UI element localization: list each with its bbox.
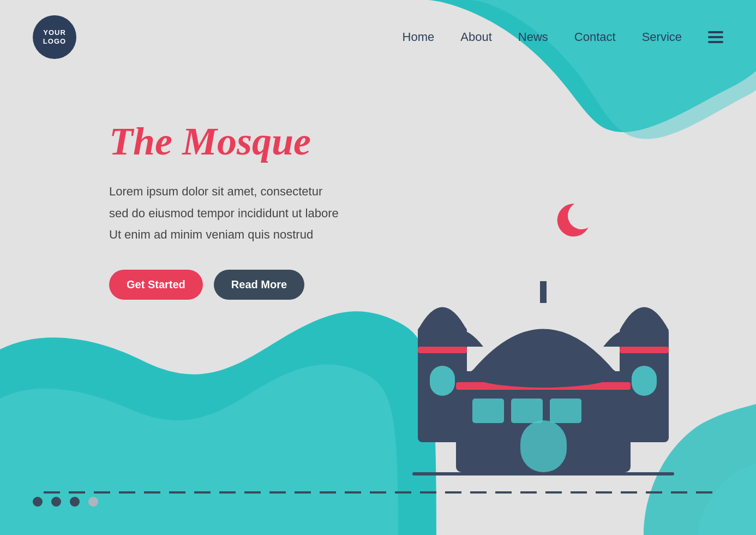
nav-contact[interactable]: Contact bbox=[574, 30, 616, 44]
svg-rect-17 bbox=[412, 472, 674, 475]
dot-3[interactable] bbox=[70, 497, 80, 507]
hero-title: The Mosque bbox=[109, 120, 339, 163]
nav-about[interactable]: About bbox=[460, 30, 492, 44]
svg-rect-14 bbox=[511, 399, 543, 423]
pagination-dots bbox=[33, 497, 98, 507]
get-started-button[interactable]: Get Started bbox=[109, 270, 203, 300]
navbar: YOUR LOGO Home About News Contact Servic… bbox=[0, 0, 756, 74]
svg-rect-12 bbox=[540, 281, 547, 303]
nav-service[interactable]: Service bbox=[642, 30, 682, 44]
hamburger-menu[interactable] bbox=[708, 31, 723, 43]
dot-1[interactable] bbox=[33, 497, 43, 507]
svg-rect-8 bbox=[632, 366, 657, 396]
svg-rect-7 bbox=[620, 347, 669, 353]
dot-2[interactable] bbox=[51, 497, 61, 507]
logo-line1: YOUR bbox=[43, 28, 66, 37]
mosque-illustration bbox=[385, 186, 701, 491]
logo[interactable]: YOUR LOGO bbox=[33, 15, 76, 59]
svg-rect-4 bbox=[418, 347, 467, 353]
svg-rect-13 bbox=[472, 399, 504, 423]
logo-line2: LOGO bbox=[43, 37, 66, 46]
svg-rect-5 bbox=[430, 366, 455, 396]
nav-home[interactable]: Home bbox=[403, 30, 435, 44]
svg-rect-15 bbox=[550, 399, 581, 423]
svg-point-11 bbox=[470, 360, 617, 388]
read-more-button[interactable]: Read More bbox=[214, 270, 304, 300]
button-group: Get Started Read More bbox=[109, 270, 339, 300]
nav-news[interactable]: News bbox=[518, 30, 548, 44]
hero-description: Lorem ipsum dolor sit amet, consectetur … bbox=[109, 181, 339, 246]
hero-content: The Mosque Lorem ipsum dolor sit amet, c… bbox=[109, 120, 339, 300]
dot-4[interactable] bbox=[88, 497, 98, 507]
svg-rect-16 bbox=[520, 420, 567, 472]
nav-links: Home About News Contact Service bbox=[403, 30, 723, 44]
dashed-line bbox=[44, 491, 712, 494]
